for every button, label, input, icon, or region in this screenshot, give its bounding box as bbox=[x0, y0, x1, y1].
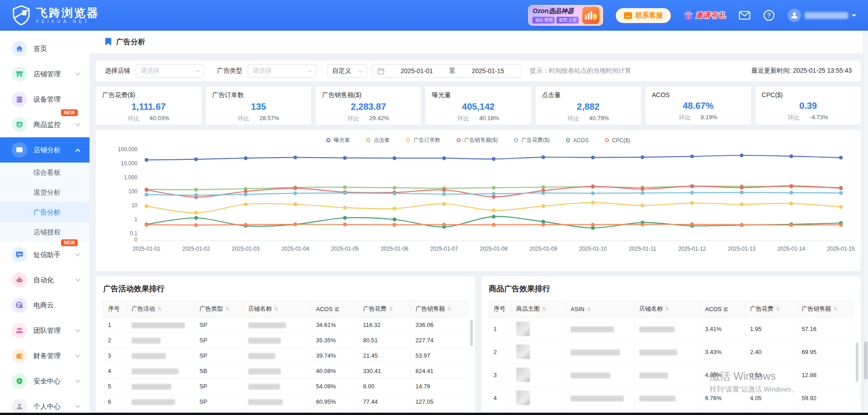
sort-active-icon[interactable] bbox=[722, 306, 729, 312]
sidebar-subitem-综合看板[interactable]: 综合看板 bbox=[0, 163, 90, 182]
table-cell: 2 bbox=[489, 340, 512, 364]
column-header-广告销售额[interactable]: 广告销售额⇅ bbox=[411, 301, 469, 317]
legend-item-ACOS[interactable]: ACOS bbox=[566, 136, 589, 144]
bookmark-icon bbox=[105, 38, 112, 46]
table-cell-redacted bbox=[244, 348, 311, 364]
column-header-广告花费[interactable]: 广告花费⇅ bbox=[359, 301, 411, 317]
column-header-广告活动[interactable]: 广告活动⇅ bbox=[127, 301, 195, 317]
table-cell: 59.92 bbox=[797, 387, 854, 410]
table-cell-redacted bbox=[566, 410, 635, 412]
legend-ring-icon bbox=[566, 138, 570, 142]
sort-icon[interactable]: ⇅ bbox=[274, 306, 278, 312]
sort-icon[interactable]: ⇅ bbox=[587, 307, 591, 312]
table-cell: SP bbox=[195, 317, 244, 333]
sort-icon[interactable]: ⇅ bbox=[833, 306, 837, 312]
sidebar-item-sms-helper[interactable]: SMS短信助手NEW bbox=[0, 242, 90, 267]
shop-select[interactable]: 请选择 bbox=[136, 64, 204, 78]
sidebar-item-shop-manage[interactable]: 店铺管理 bbox=[0, 61, 90, 87]
stat-ratio-value: 40.03% bbox=[150, 115, 170, 123]
table-cell-image bbox=[511, 317, 566, 340]
sort-icon[interactable]: ⇅ bbox=[776, 306, 780, 312]
filter-bar: 选择店铺 请选择 广告类型 请选择 自定义 2025-01-01 至 2025-… bbox=[96, 61, 861, 81]
invite-reward-button[interactable]: 邀请有礼 bbox=[684, 10, 726, 20]
sort-icon[interactable]: ⇅ bbox=[225, 306, 229, 312]
page-scrollbar-thumb[interactable] bbox=[864, 341, 868, 379]
table-cell: 35.35% bbox=[311, 333, 359, 348]
sidebar-item-home[interactable]: 首页 bbox=[0, 36, 90, 61]
sidebar-item-device-manage[interactable]: 设备管理 bbox=[0, 87, 90, 112]
column-header-ASIN[interactable]: ASIN⇅ bbox=[566, 301, 635, 317]
redacted-text bbox=[639, 373, 668, 378]
sidebar-item-finance-manage[interactable]: 财务管理 bbox=[0, 343, 90, 368]
stat-ratio-value: 40.79% bbox=[589, 115, 609, 123]
date-range-mode-select[interactable]: 自定义 bbox=[327, 64, 367, 78]
sidebar-item-security-center[interactable]: 安全中心 bbox=[0, 368, 90, 394]
column-header-店铺名称[interactable]: 店铺名称⇅ bbox=[244, 301, 311, 317]
legend-item-广告订单数[interactable]: 广告订单数 bbox=[406, 136, 440, 144]
product-ranking-table-card: 商品广告效果排行序号商品主图⇅ASIN⇅店铺名称⇅ACOS广告花费⇅广告销售额⇅… bbox=[481, 276, 861, 412]
sidebar-item-label: 短信助手 bbox=[33, 251, 61, 259]
stat-ratio-label: 环比 bbox=[679, 114, 691, 122]
sort-icon[interactable]: ⇅ bbox=[542, 306, 546, 312]
column-header-店铺名称[interactable]: 店铺名称⇅ bbox=[634, 301, 700, 317]
sidebar-subitem-退货分析[interactable]: 退货分析 bbox=[0, 182, 90, 202]
sidebar-item-personal-center[interactable]: 个人中心 bbox=[0, 394, 90, 415]
table-row: 13.41%1.9557.16 bbox=[489, 317, 854, 340]
sort-icon[interactable]: ⇅ bbox=[389, 306, 393, 312]
mail-icon[interactable] bbox=[739, 9, 750, 21]
bar-chart-icon bbox=[582, 7, 599, 24]
sort-active-icon[interactable] bbox=[333, 306, 340, 312]
sidebar-item-automation[interactable]: 自动化 bbox=[0, 267, 90, 293]
user-account-menu[interactable] bbox=[788, 9, 856, 22]
sidebar-item-ecommerce-cloud[interactable]: 电商云 bbox=[0, 293, 90, 318]
table-cell-redacted bbox=[244, 379, 311, 394]
date-start-value[interactable]: 2025-01-01 bbox=[389, 67, 445, 75]
table-title: 商品广告效果排行 bbox=[489, 284, 854, 294]
sidebar-item-product-monitor[interactable]: 商品监控NEW bbox=[0, 112, 90, 137]
ozon-banner-title: Ozon选品神器 bbox=[533, 7, 579, 15]
table-cell: 330.41 bbox=[359, 364, 411, 379]
table-scrollbar-thumb[interactable] bbox=[856, 342, 859, 382]
svg-text:2025-01-02: 2025-01-02 bbox=[182, 246, 210, 252]
table-scrollbar-thumb[interactable] bbox=[470, 320, 473, 346]
table-cell: SP bbox=[195, 348, 244, 364]
stat-value: 1,111.67 bbox=[102, 102, 195, 112]
legend-item-曝光量[interactable]: 曝光量 bbox=[326, 136, 350, 144]
adtype-select[interactable]: 请选择 bbox=[248, 64, 316, 78]
sidebar-subitem-广告分析[interactable]: 广告分析 bbox=[0, 202, 90, 222]
svg-text:2025-01-07: 2025-01-07 bbox=[430, 246, 458, 252]
ozon-tool-banner[interactable]: Ozon选品神器 选品·查词 监控·上货 bbox=[528, 5, 603, 26]
column-header-商品主图[interactable]: 商品主图⇅ bbox=[511, 301, 566, 317]
column-header-广告花费[interactable]: 广告花费⇅ bbox=[745, 301, 797, 317]
legend-item-广告花费($)[interactable]: 广告花费($) bbox=[514, 136, 550, 144]
date-range-picker[interactable]: 2025-01-01 至 2025-01-15 bbox=[372, 64, 522, 78]
stat-label: 广告订单数 bbox=[212, 91, 305, 99]
help-icon[interactable]: ? bbox=[763, 9, 775, 21]
chevron-down-icon bbox=[196, 68, 200, 73]
sidebar-item-shop-analysis[interactable]: 店铺分析 bbox=[0, 137, 90, 163]
sidebar-item-team-manage[interactable]: 团队管理 bbox=[0, 318, 90, 343]
chevron-down-icon bbox=[75, 352, 80, 357]
column-header-ACOS[interactable]: ACOS bbox=[311, 301, 359, 317]
sidebar: 首页店铺管理设备管理商品监控NEW店铺分析综合看板退货分析广告分析店铺授权SMS… bbox=[0, 31, 90, 415]
sort-icon[interactable]: ⇅ bbox=[157, 306, 161, 312]
legend-item-CPC($)[interactable]: CPC($) bbox=[605, 136, 630, 144]
column-header-ACOS[interactable]: ACOS bbox=[700, 301, 745, 317]
svg-text:SMS: SMS bbox=[17, 253, 22, 256]
table-row: 2SP35.35%80.51227.74 bbox=[104, 333, 469, 348]
sort-icon[interactable]: ⇅ bbox=[665, 306, 669, 312]
column-header-广告销售额[interactable]: 广告销售额⇅ bbox=[797, 301, 854, 317]
stat-ratio-value: 28.57% bbox=[259, 115, 279, 123]
legend-item-点击量[interactable]: 点击量 bbox=[366, 136, 390, 144]
store-icon bbox=[12, 66, 27, 82]
column-header-广告类型[interactable]: 广告类型⇅ bbox=[195, 301, 244, 317]
sidebar-item-label: 首页 bbox=[33, 45, 47, 53]
legend-item-广告销售额($)[interactable]: 广告销售额($) bbox=[457, 136, 498, 144]
table-row: 5SP54.09%8.0014.79 bbox=[104, 379, 469, 394]
contact-support-label: 联系客服 bbox=[636, 11, 663, 20]
contact-support-button[interactable]: ••• 联系客服 bbox=[616, 8, 671, 23]
page-scrollbar-track[interactable] bbox=[863, 31, 868, 415]
table-row: 34.89%0.6312.88 bbox=[489, 364, 854, 387]
sort-icon[interactable]: ⇅ bbox=[447, 306, 451, 312]
date-end-value[interactable]: 2025-01-15 bbox=[460, 67, 516, 75]
